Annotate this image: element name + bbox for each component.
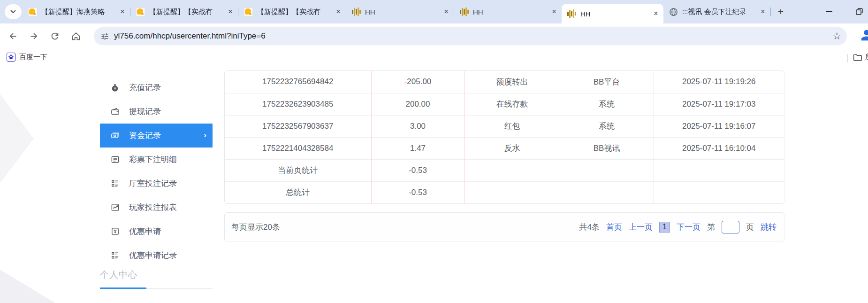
window-restore-button[interactable] <box>856 8 863 15</box>
prev-page-link[interactable]: 上一页 <box>629 222 653 233</box>
bookmarks-bar: 百度一下 所有书签 <box>0 49 868 68</box>
wallet-icon <box>110 107 120 117</box>
sidebar-item-withdraw-records[interactable]: 提现记录 <box>100 100 213 124</box>
url-text[interactable]: yl756.com/hhcp/usercenter.html?iniType=6 <box>114 31 832 41</box>
home-icon[interactable] <box>71 31 81 41</box>
close-icon[interactable]: × <box>118 7 127 16</box>
jump-button[interactable]: 跳转 <box>761 222 777 233</box>
sidebar-item-label: 提现记录 <box>129 106 161 117</box>
tab-hh-1[interactable]: HH × <box>346 0 454 23</box>
table-row: 1752221404328584 1.47 反水 BB视讯 2025-07-11… <box>225 137 784 159</box>
folder-label: 所有书签 <box>865 53 868 62</box>
cell-type: 额度转出 <box>464 71 560 93</box>
chevron-down-icon <box>10 10 16 14</box>
tab-hh-2[interactable]: HH × <box>454 0 562 23</box>
tab-title: 【新提醒】【实战有 <box>257 8 334 16</box>
browser-tab-strip: 【新提醒】海燕策略 × 【新提醒】【实战有 × 【新提醒】【实战有 × HH ×… <box>0 0 868 23</box>
sidebar-item-player-bet-report[interactable]: 玩家投注报表 <box>100 195 213 219</box>
globe-icon <box>669 8 678 16</box>
tab-forum-2[interactable]: 【新提醒】【实战有 × <box>130 0 238 23</box>
current-page-badge[interactable]: 1 <box>659 222 670 233</box>
tab-search-button[interactable] <box>5 4 22 19</box>
page-content: ¥ 充值记录 提现记录 资金记录 › 彩票下注明细 <box>0 68 868 303</box>
table-row: 1752232765694842 -205.00 额度转出 BB平台 2025-… <box>225 71 784 93</box>
cell-platform: BB视讯 <box>560 137 654 159</box>
bookmark-baidu[interactable]: 百度一下 <box>7 53 47 62</box>
bookmark-star-icon[interactable]: ☆ <box>832 31 841 42</box>
cell-amount: 3.00 <box>371 115 464 137</box>
cell-type: 在线存款 <box>464 93 560 115</box>
cell-platform: BB平台 <box>560 71 654 93</box>
baidu-paw-icon <box>7 53 15 62</box>
cell-order-no: 1752232567903637 <box>225 115 371 137</box>
forum-yellow-icon <box>244 8 253 16</box>
jump-label-post: 页 <box>746 222 754 233</box>
sidebar-menu: ¥ 充值记录 提现记录 资金记录 › 彩票下注明细 <box>100 76 213 267</box>
tab-forum-1[interactable]: 【新提醒】海燕策略 × <box>23 0 130 23</box>
cell-empty <box>654 159 784 181</box>
tab-shixun[interactable]: :::视讯 会员下注纪录 × <box>663 0 770 23</box>
bookmarks-divider <box>847 54 848 62</box>
new-tab-button[interactable]: + <box>775 6 786 17</box>
watermark-triangle <box>0 94 34 183</box>
tab-title: 【新提醒】海燕策略 <box>41 8 118 16</box>
cell-platform: 系统 <box>560 115 654 137</box>
close-icon[interactable]: × <box>549 7 559 16</box>
sidebar-item-label: 优惠申请 <box>129 226 161 237</box>
cash-icon <box>110 131 120 140</box>
next-page-link[interactable]: 下一页 <box>677 222 700 233</box>
list-icon <box>110 179 120 188</box>
gold-bars-icon <box>352 8 361 16</box>
sidebar-divider <box>96 70 96 303</box>
table-row: 1752232623903485 200.00 在线存款 系统 2025-07-… <box>225 93 784 115</box>
close-icon[interactable]: × <box>442 7 451 16</box>
tab-title: 【新提醒】【实战有 <box>149 8 226 16</box>
all-bookmarks-folder[interactable]: 所有书签 <box>853 53 868 62</box>
profile-avatar[interactable] <box>860 28 868 42</box>
window-minimize-button[interactable] <box>826 11 832 12</box>
browser-toolbar: yl756.com/hhcp/usercenter.html?iniType=6… <box>0 23 868 49</box>
tab-hh-active[interactable]: HH × <box>562 4 663 23</box>
sidebar-item-promo-apply-records[interactable]: 优惠申请记录 <box>100 243 213 267</box>
cell-type: 红包 <box>464 115 560 137</box>
chart-icon <box>110 203 120 212</box>
tab-title: HH <box>473 8 549 16</box>
sidebar-item-label: 厅室投注记录 <box>129 178 177 189</box>
close-icon[interactable]: × <box>758 7 768 16</box>
cell-empty <box>464 159 560 181</box>
cell-type: 反水 <box>464 137 560 159</box>
sidebar-item-funds-records[interactable]: 资金记录 › <box>100 124 213 148</box>
forward-icon[interactable] <box>29 31 39 41</box>
tab-separator <box>770 8 771 16</box>
reload-icon[interactable] <box>50 31 60 41</box>
site-settings-icon[interactable] <box>100 32 109 41</box>
sidebar-item-promo-apply[interactable]: 优惠申请 <box>100 219 213 243</box>
close-icon[interactable]: × <box>334 7 343 16</box>
gold-bars-icon <box>567 9 576 18</box>
sidebar-item-hall-bet-records[interactable]: 厅室投注记录 <box>100 171 213 195</box>
funds-record-table: 1752232765694842 -205.00 额度转出 BB平台 2025-… <box>224 70 784 204</box>
pagination-controls: 共4条 首页 上一页 1 下一页 第 页 跳转 <box>579 221 777 233</box>
close-icon[interactable]: × <box>651 9 661 18</box>
sidebar-item-lottery-bet-details[interactable]: 彩票下注明细 <box>100 148 213 171</box>
cell-empty <box>464 181 560 203</box>
jump-label-pre: 第 <box>707 222 715 233</box>
tab-title: :::视讯 会员下注纪录 <box>682 8 758 16</box>
address-bar[interactable]: yl756.com/hhcp/usercenter.html?iniType=6… <box>94 27 847 45</box>
first-page-link[interactable]: 首页 <box>606 222 622 233</box>
bookmark-label: 百度一下 <box>19 53 47 62</box>
table-row-page-total: 当前页统计 -0.53 <box>225 159 784 181</box>
sidebar-item-recharge-records[interactable]: ¥ 充值记录 <box>100 76 213 100</box>
close-icon[interactable]: × <box>226 7 235 16</box>
moneybag-icon: ¥ <box>110 83 120 93</box>
cell-order-no: 1752232765694842 <box>225 71 371 93</box>
page-jump-input[interactable] <box>722 221 739 233</box>
total-count-label: 共4条 <box>579 222 600 233</box>
restore-icon <box>856 8 863 15</box>
back-icon[interactable] <box>8 31 18 41</box>
tab-forum-3[interactable]: 【新提醒】【实战有 × <box>238 0 346 23</box>
cell-time: 2025-07-11 19:17:03 <box>654 93 784 115</box>
tab-personal-center[interactable]: 个人中心 <box>100 269 137 281</box>
coupon-icon <box>110 227 120 236</box>
cell-label: 总统计 <box>225 181 371 203</box>
